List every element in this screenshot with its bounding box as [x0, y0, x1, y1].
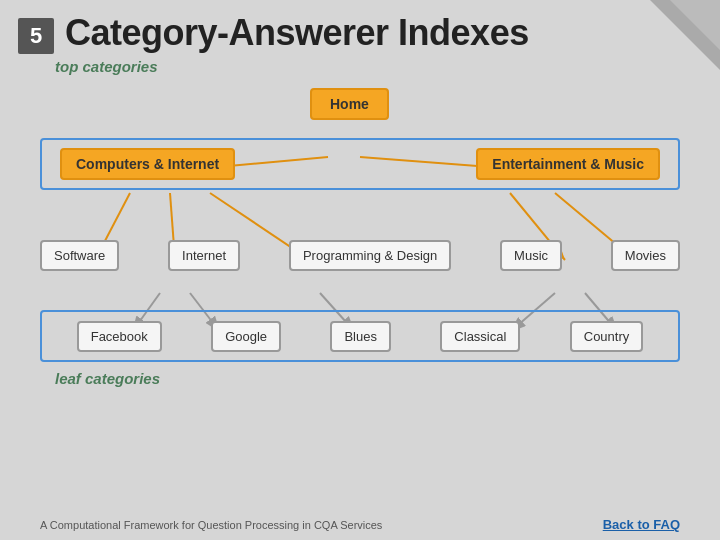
country-node: Country: [570, 321, 644, 352]
top-categories-label: top categories: [55, 58, 158, 75]
home-node: Home: [310, 88, 389, 120]
slide-number: 5: [18, 18, 54, 54]
back-to-faq-link[interactable]: Back to FAQ: [603, 517, 680, 532]
classical-node: Classical: [440, 321, 520, 352]
blues-node: Blues: [330, 321, 391, 352]
top-categories-box: Computers & Internet Entertainment & Mus…: [40, 138, 680, 190]
movies-node: Movies: [611, 240, 680, 271]
footer-citation: A Computational Framework for Question P…: [40, 519, 382, 531]
internet-node: Internet: [168, 240, 240, 271]
leaf-categories-box: Facebook Google Blues Classical Country: [40, 310, 680, 362]
footer: A Computational Framework for Question P…: [0, 517, 720, 532]
software-node: Software: [40, 240, 119, 271]
leaf-categories-label: leaf categories: [55, 370, 160, 387]
sub-categories-row: Software Internet Programming & Design M…: [40, 240, 680, 271]
facebook-node: Facebook: [77, 321, 162, 352]
music-node: Music: [500, 240, 562, 271]
entertainment-music-node: Entertainment & Music: [476, 148, 660, 180]
computers-internet-node: Computers & Internet: [60, 148, 235, 180]
corner-decoration-2: [670, 0, 720, 50]
slide-title: Category-Answerer Indexes: [65, 12, 529, 54]
programming-design-node: Programming & Design: [289, 240, 451, 271]
google-node: Google: [211, 321, 281, 352]
